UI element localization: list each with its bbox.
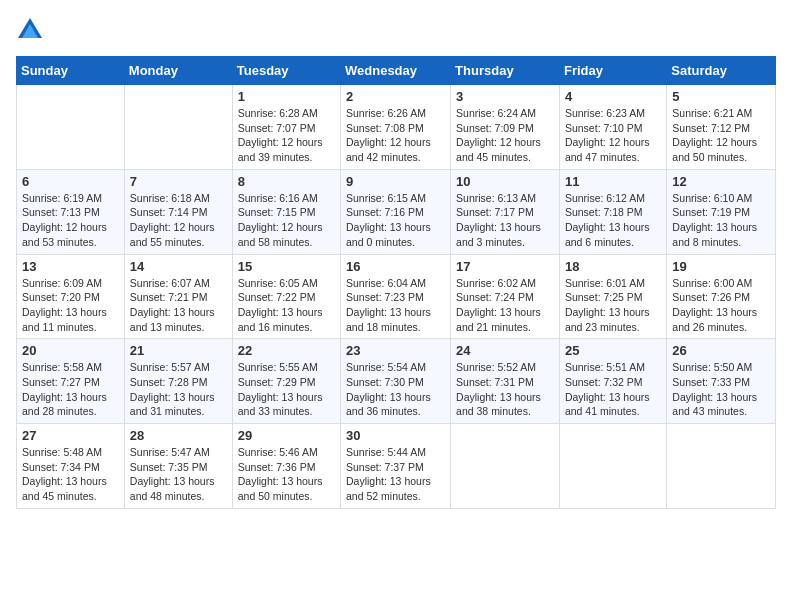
calendar-cell: 9Sunrise: 6:15 AM Sunset: 7:16 PM Daylig… (341, 169, 451, 254)
weekday-header-saturday: Saturday (667, 57, 776, 85)
calendar-cell: 14Sunrise: 6:07 AM Sunset: 7:21 PM Dayli… (124, 254, 232, 339)
weekday-header-tuesday: Tuesday (232, 57, 340, 85)
day-detail: Sunrise: 6:12 AM Sunset: 7:18 PM Dayligh… (565, 191, 661, 250)
calendar-cell: 27Sunrise: 5:48 AM Sunset: 7:34 PM Dayli… (17, 424, 125, 509)
day-number: 15 (238, 259, 335, 274)
week-row-2: 6Sunrise: 6:19 AM Sunset: 7:13 PM Daylig… (17, 169, 776, 254)
day-detail: Sunrise: 5:50 AM Sunset: 7:33 PM Dayligh… (672, 360, 770, 419)
calendar-cell: 4Sunrise: 6:23 AM Sunset: 7:10 PM Daylig… (559, 85, 666, 170)
day-detail: Sunrise: 5:52 AM Sunset: 7:31 PM Dayligh… (456, 360, 554, 419)
day-number: 9 (346, 174, 445, 189)
day-number: 11 (565, 174, 661, 189)
day-detail: Sunrise: 6:16 AM Sunset: 7:15 PM Dayligh… (238, 191, 335, 250)
calendar-cell: 29Sunrise: 5:46 AM Sunset: 7:36 PM Dayli… (232, 424, 340, 509)
day-number: 22 (238, 343, 335, 358)
calendar-cell: 26Sunrise: 5:50 AM Sunset: 7:33 PM Dayli… (667, 339, 776, 424)
day-detail: Sunrise: 6:04 AM Sunset: 7:23 PM Dayligh… (346, 276, 445, 335)
day-number: 4 (565, 89, 661, 104)
calendar-cell: 25Sunrise: 5:51 AM Sunset: 7:32 PM Dayli… (559, 339, 666, 424)
day-detail: Sunrise: 6:18 AM Sunset: 7:14 PM Dayligh… (130, 191, 227, 250)
day-number: 8 (238, 174, 335, 189)
day-detail: Sunrise: 6:21 AM Sunset: 7:12 PM Dayligh… (672, 106, 770, 165)
day-detail: Sunrise: 6:28 AM Sunset: 7:07 PM Dayligh… (238, 106, 335, 165)
day-detail: Sunrise: 5:47 AM Sunset: 7:35 PM Dayligh… (130, 445, 227, 504)
calendar-cell: 20Sunrise: 5:58 AM Sunset: 7:27 PM Dayli… (17, 339, 125, 424)
day-number: 16 (346, 259, 445, 274)
calendar-cell: 2Sunrise: 6:26 AM Sunset: 7:08 PM Daylig… (341, 85, 451, 170)
day-number: 26 (672, 343, 770, 358)
logo (16, 16, 48, 44)
day-detail: Sunrise: 6:19 AM Sunset: 7:13 PM Dayligh… (22, 191, 119, 250)
page-header (16, 16, 776, 44)
day-detail: Sunrise: 6:05 AM Sunset: 7:22 PM Dayligh… (238, 276, 335, 335)
weekday-header-thursday: Thursday (451, 57, 560, 85)
calendar-cell: 1Sunrise: 6:28 AM Sunset: 7:07 PM Daylig… (232, 85, 340, 170)
day-detail: Sunrise: 6:24 AM Sunset: 7:09 PM Dayligh… (456, 106, 554, 165)
day-detail: Sunrise: 6:10 AM Sunset: 7:19 PM Dayligh… (672, 191, 770, 250)
weekday-header-friday: Friday (559, 57, 666, 85)
weekday-header-sunday: Sunday (17, 57, 125, 85)
calendar-cell: 19Sunrise: 6:00 AM Sunset: 7:26 PM Dayli… (667, 254, 776, 339)
calendar-cell: 24Sunrise: 5:52 AM Sunset: 7:31 PM Dayli… (451, 339, 560, 424)
weekday-header-row: SundayMondayTuesdayWednesdayThursdayFrid… (17, 57, 776, 85)
day-number: 30 (346, 428, 445, 443)
day-detail: Sunrise: 6:07 AM Sunset: 7:21 PM Dayligh… (130, 276, 227, 335)
day-detail: Sunrise: 6:02 AM Sunset: 7:24 PM Dayligh… (456, 276, 554, 335)
day-number: 10 (456, 174, 554, 189)
calendar-cell: 11Sunrise: 6:12 AM Sunset: 7:18 PM Dayli… (559, 169, 666, 254)
calendar-cell (451, 424, 560, 509)
calendar-cell: 13Sunrise: 6:09 AM Sunset: 7:20 PM Dayli… (17, 254, 125, 339)
day-detail: Sunrise: 5:57 AM Sunset: 7:28 PM Dayligh… (130, 360, 227, 419)
day-detail: Sunrise: 5:46 AM Sunset: 7:36 PM Dayligh… (238, 445, 335, 504)
calendar-cell (667, 424, 776, 509)
calendar-cell: 28Sunrise: 5:47 AM Sunset: 7:35 PM Dayli… (124, 424, 232, 509)
day-number: 14 (130, 259, 227, 274)
day-number: 28 (130, 428, 227, 443)
calendar-cell: 12Sunrise: 6:10 AM Sunset: 7:19 PM Dayli… (667, 169, 776, 254)
day-number: 19 (672, 259, 770, 274)
week-row-4: 20Sunrise: 5:58 AM Sunset: 7:27 PM Dayli… (17, 339, 776, 424)
day-detail: Sunrise: 5:54 AM Sunset: 7:30 PM Dayligh… (346, 360, 445, 419)
calendar-cell (124, 85, 232, 170)
day-number: 27 (22, 428, 119, 443)
day-detail: Sunrise: 5:51 AM Sunset: 7:32 PM Dayligh… (565, 360, 661, 419)
day-number: 1 (238, 89, 335, 104)
calendar-cell: 18Sunrise: 6:01 AM Sunset: 7:25 PM Dayli… (559, 254, 666, 339)
day-number: 3 (456, 89, 554, 104)
logo-icon (16, 16, 44, 44)
day-detail: Sunrise: 6:23 AM Sunset: 7:10 PM Dayligh… (565, 106, 661, 165)
calendar-cell: 21Sunrise: 5:57 AM Sunset: 7:28 PM Dayli… (124, 339, 232, 424)
day-number: 18 (565, 259, 661, 274)
day-number: 24 (456, 343, 554, 358)
week-row-5: 27Sunrise: 5:48 AM Sunset: 7:34 PM Dayli… (17, 424, 776, 509)
day-number: 2 (346, 89, 445, 104)
weekday-header-monday: Monday (124, 57, 232, 85)
calendar-cell: 7Sunrise: 6:18 AM Sunset: 7:14 PM Daylig… (124, 169, 232, 254)
day-number: 17 (456, 259, 554, 274)
day-detail: Sunrise: 5:44 AM Sunset: 7:37 PM Dayligh… (346, 445, 445, 504)
weekday-header-wednesday: Wednesday (341, 57, 451, 85)
day-detail: Sunrise: 6:09 AM Sunset: 7:20 PM Dayligh… (22, 276, 119, 335)
day-number: 6 (22, 174, 119, 189)
day-number: 13 (22, 259, 119, 274)
day-number: 5 (672, 89, 770, 104)
calendar-cell: 22Sunrise: 5:55 AM Sunset: 7:29 PM Dayli… (232, 339, 340, 424)
calendar-cell: 6Sunrise: 6:19 AM Sunset: 7:13 PM Daylig… (17, 169, 125, 254)
day-detail: Sunrise: 5:48 AM Sunset: 7:34 PM Dayligh… (22, 445, 119, 504)
calendar-cell (559, 424, 666, 509)
day-detail: Sunrise: 6:01 AM Sunset: 7:25 PM Dayligh… (565, 276, 661, 335)
week-row-1: 1Sunrise: 6:28 AM Sunset: 7:07 PM Daylig… (17, 85, 776, 170)
day-detail: Sunrise: 5:58 AM Sunset: 7:27 PM Dayligh… (22, 360, 119, 419)
day-number: 12 (672, 174, 770, 189)
calendar-cell: 16Sunrise: 6:04 AM Sunset: 7:23 PM Dayli… (341, 254, 451, 339)
calendar-cell: 23Sunrise: 5:54 AM Sunset: 7:30 PM Dayli… (341, 339, 451, 424)
calendar-table: SundayMondayTuesdayWednesdayThursdayFrid… (16, 56, 776, 509)
calendar-cell: 17Sunrise: 6:02 AM Sunset: 7:24 PM Dayli… (451, 254, 560, 339)
week-row-3: 13Sunrise: 6:09 AM Sunset: 7:20 PM Dayli… (17, 254, 776, 339)
day-number: 25 (565, 343, 661, 358)
calendar-cell (17, 85, 125, 170)
day-detail: Sunrise: 6:00 AM Sunset: 7:26 PM Dayligh… (672, 276, 770, 335)
day-detail: Sunrise: 6:13 AM Sunset: 7:17 PM Dayligh… (456, 191, 554, 250)
day-number: 20 (22, 343, 119, 358)
day-detail: Sunrise: 6:26 AM Sunset: 7:08 PM Dayligh… (346, 106, 445, 165)
